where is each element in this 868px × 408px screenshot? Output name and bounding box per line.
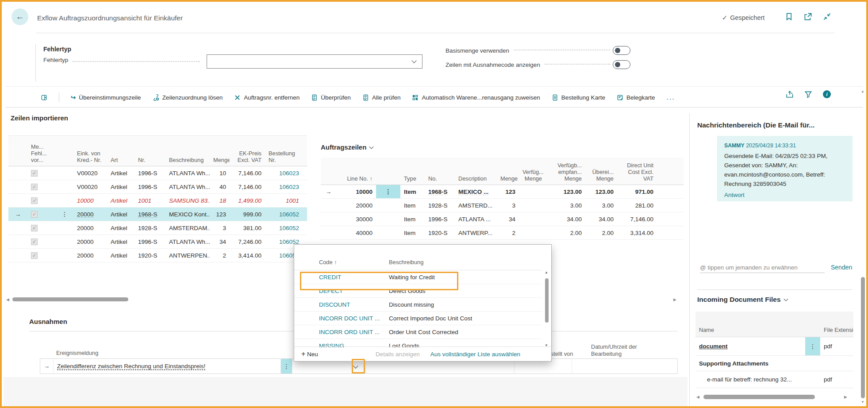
column-header[interactable]: EK-Preis Excl. VAT: [230, 150, 265, 166]
dropdown-option[interactable]: CREDIT Waiting for Credit: [294, 270, 542, 284]
fehlertyp-select[interactable]: [207, 54, 422, 69]
table-row[interactable]: ✓ 20000 Artikel 1920-S ANTWERPEN... 2 3,…: [8, 249, 307, 262]
document-card-button[interactable]: Belegkarte: [617, 94, 655, 101]
remove-order-no-button[interactable]: Auftragsnr. entfernen: [234, 94, 300, 101]
order-no-link[interactable]: 106023: [265, 184, 307, 190]
collapse-icon[interactable]: [823, 12, 831, 21]
sidebar-horizontal-scrollbar[interactable]: ◀ ▶: [695, 394, 850, 401]
checkbox[interactable]: ✓: [31, 211, 38, 218]
scroll-left-icon[interactable]: ◀: [6, 297, 9, 302]
exception-message-link[interactable]: Zeilendifferenz zwischen Rechnung und Ei…: [57, 363, 205, 370]
ausnahmecode-toggle[interactable]: [613, 60, 630, 69]
purchase-order-card-button[interactable]: Bestellung Karte: [552, 94, 605, 101]
dropdown-option[interactable]: DISCOUNT Discount missing: [294, 298, 542, 312]
bookmark-icon[interactable]: [785, 12, 793, 21]
scrollbar-thumb[interactable]: [545, 278, 549, 323]
column-header[interactable]: No.: [425, 175, 455, 185]
table-row[interactable]: ✓ 20000 Artikel 1996-S ATLANTA Wh... 34 …: [8, 235, 307, 249]
scrollbar-thumb[interactable]: [703, 395, 815, 399]
column-header[interactable]: Nr.: [134, 157, 165, 166]
scroll-right-icon[interactable]: ▶: [844, 395, 847, 399]
table-row[interactable]: ✓ V00020 Artikel 1996-S ATLANTA Wh... 40…: [8, 180, 307, 194]
scroll-right-icon[interactable]: ▶: [673, 297, 676, 302]
order-no-link[interactable]: 106052: [265, 225, 307, 231]
column-header[interactable]: File Extension: [820, 327, 853, 337]
order-lines-title[interactable]: Auftragszeilen: [321, 143, 373, 151]
checkbox[interactable]: ✓: [31, 197, 38, 204]
column-header[interactable]: Ereignismeldung: [56, 350, 98, 357]
scroll-up-icon[interactable]: ▲: [861, 89, 864, 93]
chevron-down-icon[interactable]: [353, 363, 358, 368]
row-menu-icon[interactable]: ⋮: [805, 337, 820, 355]
scroll-down-icon[interactable]: ▼: [861, 400, 864, 404]
column-header[interactable]: Art: [107, 157, 134, 166]
scrollbar-thumb[interactable]: [861, 277, 865, 398]
checkbox[interactable]: ✓: [31, 170, 38, 177]
column-header[interactable]: Type: [400, 175, 425, 185]
column-header[interactable]: Bestellung Nr.: [265, 150, 307, 166]
filter-icon[interactable]: [804, 90, 812, 98]
board-view-button[interactable]: [41, 94, 47, 101]
order-no-link[interactable]: 106023: [265, 170, 307, 177]
file-link[interactable]: document: [699, 343, 728, 350]
column-header[interactable]: Line No. ↑: [336, 175, 376, 185]
share-icon[interactable]: [786, 90, 794, 98]
checkbox[interactable]: ✓: [31, 239, 38, 245]
column-header[interactable]: Beschreibung: [385, 259, 542, 266]
column-header[interactable]: Menge: [210, 157, 230, 166]
unlink-line-button[interactable]: Zeilenzuordnung lösen: [153, 94, 223, 101]
scrollbar-thumb[interactable]: [12, 297, 128, 301]
incoming-files-title[interactable]: Incoming Document Files: [697, 296, 787, 304]
verify-all-button[interactable]: Alle prüfen: [362, 94, 401, 101]
table-row[interactable]: 30000 Item 1996-S ATLANTA ... 34 34.00 3…: [321, 212, 684, 226]
column-header[interactable]: Description: [455, 175, 497, 185]
column-header[interactable]: Menge: [497, 175, 519, 185]
chevron-down-icon[interactable]: [411, 58, 416, 63]
dropdown-option[interactable]: INCORR DOC UNIT ... Correct Imported Doc…: [294, 312, 542, 325]
table-row[interactable]: 40000 Item 1920-S ANTWERP... 2 2.00 2.00…: [321, 226, 684, 240]
new-code-button[interactable]: + Neu: [301, 350, 318, 358]
fehlertyp-input[interactable]: [207, 58, 412, 65]
send-button[interactable]: Senden: [831, 264, 852, 271]
checkbox[interactable]: ✓: [31, 225, 38, 231]
match-line-button[interactable]: ↪ Übereinstimmungszeile: [71, 94, 141, 101]
scroll-up-icon[interactable]: ▲: [545, 270, 548, 274]
table-row[interactable]: ✓ V00020 Artikel 1996-S ATLANTA Wh... 10…: [8, 166, 307, 180]
column-header[interactable]: Name: [695, 327, 805, 337]
auto-assign-button[interactable]: Automatisch Warene...renausgang zuweisen: [412, 94, 540, 101]
column-header[interactable]: Direct Unit Cost Excl. VAT: [617, 162, 657, 185]
column-header[interactable]: Eink. von Kred.- Nr.: [73, 150, 107, 166]
row-menu-icon[interactable]: ⋮: [376, 185, 400, 198]
row-menu-icon[interactable]: ⋮: [56, 211, 73, 218]
file-row[interactable]: e-mail für betreff: rechnung 32... pdf: [695, 371, 853, 388]
file-row[interactable]: document ⋮ pdf: [695, 337, 853, 356]
column-header[interactable]: Code ↑: [315, 259, 385, 266]
dropdown-option[interactable]: DEFECT Defect Goods: [294, 284, 542, 298]
reply-link[interactable]: Antwort: [724, 190, 845, 200]
table-row-selected[interactable]: → 10000 ⋮ Item 1968-S MEXICO ... 123 123…: [321, 185, 684, 199]
column-header[interactable]: Verfüg... Menge: [519, 169, 545, 185]
column-header[interactable]: Verfügb... empfan... Menge: [545, 162, 585, 185]
column-header[interactable]: Datum/Uhrzeit der Bearbeitung: [591, 343, 653, 358]
checkbox[interactable]: ✓: [31, 184, 38, 190]
column-header[interactable]: Überei... Menge: [585, 169, 617, 185]
info-icon[interactable]: i: [823, 90, 831, 98]
verify-button[interactable]: Überprüfen: [311, 94, 351, 101]
table-row[interactable]: 20000 Item 1928-S AMSTERD... 3 3.00 3.00…: [321, 199, 684, 212]
toolbar-overflow-button[interactable]: ...: [666, 93, 675, 101]
mention-input[interactable]: [700, 264, 825, 273]
order-no-link[interactable]: 1001: [265, 197, 307, 204]
column-header[interactable]: Me... Fehl... vor...: [27, 143, 56, 166]
back-button[interactable]: ←: [12, 8, 28, 25]
dropdown-scrollbar[interactable]: ▲ ▼: [544, 271, 549, 346]
checkbox[interactable]: ✓: [31, 252, 38, 259]
table-row-error[interactable]: ✓ 10000 Artikel 1001 SAMSUNG 83... 18 1,…: [8, 194, 307, 208]
column-header[interactable]: Beschreibung: [165, 157, 210, 166]
scroll-left-icon[interactable]: ◀: [696, 395, 699, 399]
basismenge-toggle[interactable]: [613, 46, 630, 55]
row-menu-icon[interactable]: ⋮: [281, 359, 292, 373]
dropdown-option[interactable]: INCORR ORD UNIT ... Order Unit Cost Corr…: [294, 325, 542, 339]
table-row-selected[interactable]: → ✓ ⋮ 20000 Artikel 1968-S MEXICO Kont..…: [8, 208, 307, 221]
select-from-full-list-link[interactable]: Aus vollständiger Liste auswählen: [430, 351, 520, 358]
open-in-new-window-icon[interactable]: [804, 12, 812, 21]
